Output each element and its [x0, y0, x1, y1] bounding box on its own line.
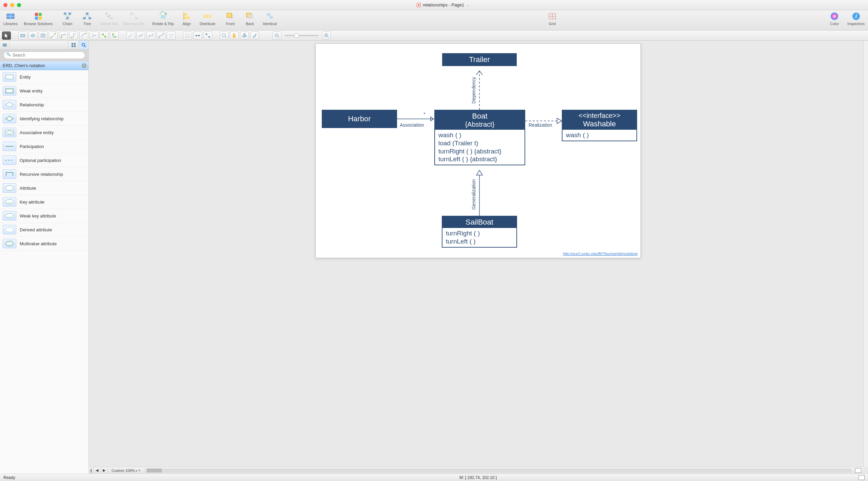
horizontal-scrollbar[interactable]: [146, 468, 852, 473]
svg-point-44: [51, 37, 52, 38]
edit-points-tool[interactable]: [193, 32, 202, 40]
polyline-tool[interactable]: [136, 32, 145, 40]
crop-tool[interactable]: [183, 32, 192, 40]
align-button[interactable]: Align: [180, 12, 194, 26]
zoom-in-button[interactable]: [322, 32, 331, 40]
edit-tool-2[interactable]: [203, 32, 212, 40]
search-input[interactable]: [3, 51, 85, 59]
connector-3[interactable]: [69, 32, 78, 40]
next-page-icon[interactable]: ▶: [101, 467, 108, 474]
svg-rect-65: [206, 34, 207, 35]
zoom-label[interactable]: Custom 108% ▲▼: [108, 467, 145, 474]
svg-rect-10: [86, 13, 88, 15]
vertical-scrollbar[interactable]: [863, 41, 868, 467]
svg-rect-41: [41, 34, 45, 37]
delete-link-button[interactable]: Delete link: [100, 12, 117, 26]
zoom-tool[interactable]: [220, 32, 229, 40]
pointer-tool[interactable]: [2, 32, 11, 40]
uml-washable[interactable]: <<interface>> Washable wash ( ): [562, 110, 637, 141]
front-button[interactable]: Front: [223, 12, 237, 26]
eyedropper-tool[interactable]: [250, 32, 259, 40]
svg-marker-88: [5, 102, 14, 107]
chain-button[interactable]: Chain: [61, 12, 74, 26]
shape-derived-attribute[interactable]: Derived attribute: [0, 223, 88, 237]
svg-point-48: [85, 33, 86, 34]
connector-7[interactable]: [110, 32, 119, 40]
shape-weak-key-attribute[interactable]: Weak key attribute: [0, 209, 88, 223]
sidebar-search-toggle[interactable]: [78, 41, 88, 49]
text-tool[interactable]: [39, 32, 47, 40]
zoom-thumb[interactable]: [294, 33, 299, 38]
curve-tool[interactable]: [146, 32, 155, 40]
shape-key-attribute[interactable]: Key attribute: [0, 195, 88, 209]
shape-weak-entity[interactable]: Weak entity: [0, 84, 88, 98]
status-ready: Ready: [3, 475, 105, 480]
svg-rect-28: [227, 13, 232, 17]
shape-entity[interactable]: Entity: [0, 70, 88, 84]
label-star: *: [423, 111, 425, 117]
close-icon[interactable]: [3, 3, 7, 7]
source-url[interactable]: http://sce2.umkc.edu/BIT/burrise/pl/mode…: [563, 252, 638, 256]
browse-solutions-button[interactable]: Browse Solutions: [24, 12, 53, 26]
bezier-tool[interactable]: [157, 32, 165, 40]
shape-relationship[interactable]: Relationship: [0, 98, 88, 112]
pause-icon[interactable]: ‖: [89, 467, 94, 474]
back-button[interactable]: Back: [243, 12, 257, 26]
shape-identifying-relationship[interactable]: Identifying relationship: [0, 112, 88, 126]
pan-tool[interactable]: [230, 32, 239, 40]
shape-attribute[interactable]: Attribute: [0, 181, 88, 195]
uml-sailboat[interactable]: SailBoat turnRight ( ) turnLeft ( ): [442, 216, 517, 248]
sidebar-section-header[interactable]: ERD, Chen's notation ×: [0, 61, 88, 70]
connector-6[interactable]: [100, 32, 108, 40]
svg-rect-31: [267, 13, 270, 16]
distribute-button[interactable]: Distribute: [200, 12, 215, 26]
reverse-link-button[interactable]: Reverse link: [124, 12, 144, 26]
shape-optional-participation[interactable]: Optional participation: [0, 153, 88, 167]
stamp-tool[interactable]: [240, 32, 249, 40]
color-button[interactable]: Color: [828, 12, 841, 26]
identifying-relationship-icon: [3, 114, 16, 123]
canvas-scroll[interactable]: Trailer Harbor Boat {Abstract} wash ( ) …: [93, 41, 863, 467]
line-tool[interactable]: [126, 32, 135, 40]
uml-boat[interactable]: Boat {Abstract} wash ( ) load (Trailer t…: [434, 110, 525, 165]
uml-trailer[interactable]: Trailer: [442, 53, 517, 66]
close-section-icon[interactable]: ×: [82, 63, 86, 68]
ellipse-tool[interactable]: [28, 32, 37, 40]
shape-associative-entity[interactable]: Associative entity: [0, 126, 88, 140]
maximize-icon[interactable]: [17, 3, 21, 7]
rotate-icon: [158, 12, 168, 21]
sidebar-grid-view[interactable]: [68, 41, 78, 49]
svg-rect-24: [204, 15, 205, 18]
inspectors-button[interactable]: iInspectors: [847, 12, 865, 26]
tree-button[interactable]: Tree: [80, 12, 94, 26]
identical-button[interactable]: Identical: [263, 12, 277, 26]
shape-participation[interactable]: Participation: [0, 140, 88, 153]
status-corner-icon[interactable]: [859, 475, 865, 480]
sidebar-collapse-icon[interactable]: [0, 41, 9, 49]
svg-point-102: [6, 242, 13, 245]
page[interactable]: Trailer Harbor Boat {Abstract} wash ( ) …: [315, 43, 641, 258]
svg-text:i: i: [855, 13, 857, 19]
uml-harbor[interactable]: Harbor: [322, 110, 397, 128]
rotate-flip-button[interactable]: Rotate & Flip: [152, 12, 174, 26]
shape-recursive-relationship[interactable]: Recursive relationship: [0, 167, 88, 181]
prev-page-icon[interactable]: ◀: [94, 467, 101, 474]
corner-view-icon[interactable]: [853, 467, 863, 474]
connector-1[interactable]: [49, 32, 58, 40]
chevron-down-icon[interactable]: ⌄: [466, 3, 469, 7]
spray-tool[interactable]: [167, 32, 176, 40]
svg-marker-104: [431, 117, 434, 121]
shape-multivalue-attribute[interactable]: Multivalue attribute: [0, 237, 88, 251]
zoom-out-button[interactable]: [273, 32, 281, 40]
zoom-slider[interactable]: [285, 35, 319, 36]
recursive-icon: [3, 169, 16, 179]
svg-rect-91: [5, 130, 14, 135]
minimize-icon[interactable]: [10, 3, 14, 7]
svg-point-58: [171, 35, 172, 36]
libraries-button[interactable]: Libraries: [3, 12, 18, 26]
connector-4[interactable]: [79, 32, 88, 40]
connector-2[interactable]: [59, 32, 68, 40]
connector-5[interactable]: [90, 32, 98, 40]
rect-tool[interactable]: [18, 32, 27, 40]
grid-button[interactable]: Grid: [546, 12, 559, 26]
